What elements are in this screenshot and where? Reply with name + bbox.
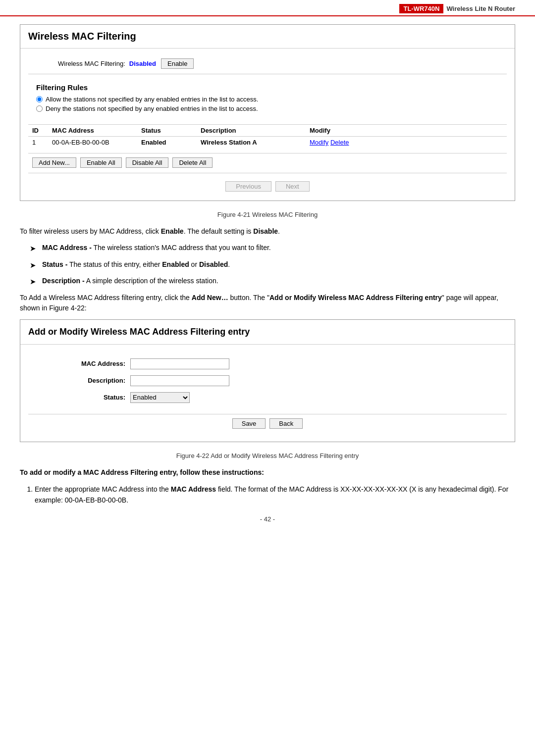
page-number: - 42 - bbox=[20, 515, 515, 523]
enable-all-button[interactable]: Enable All bbox=[80, 157, 122, 168]
enable-button[interactable]: Enable bbox=[161, 58, 194, 69]
wf-panel-body: Wireless MAC Filtering: Disabled Enable … bbox=[20, 49, 515, 201]
previous-button[interactable]: Previous bbox=[225, 181, 271, 192]
allow-radio-label: Allow the stations not specified by any … bbox=[46, 96, 258, 103]
allow-radio[interactable] bbox=[36, 96, 43, 102]
filter-status-label: Wireless MAC Filtering: bbox=[58, 60, 125, 67]
instructions-title: To add or modify a MAC Address Filtering… bbox=[20, 467, 515, 478]
instruction-item-1: Enter the appropriate MAC Address into t… bbox=[35, 484, 515, 506]
description-row: Description: bbox=[36, 375, 499, 386]
cell-modify: Modify Delete bbox=[306, 137, 507, 149]
filter-status-value: Disabled bbox=[129, 60, 156, 67]
add-modify-panel: Add or Modify Wireless MAC Address Filte… bbox=[20, 319, 515, 442]
back-button[interactable]: Back bbox=[269, 418, 303, 429]
model-label: TL-WR740N bbox=[399, 4, 443, 13]
status-form-label: Status: bbox=[36, 394, 125, 401]
allow-radio-row: Allow the stations not specified by any … bbox=[36, 96, 507, 103]
bullet-arrow-3: ➤ bbox=[30, 276, 36, 288]
mac-address-input[interactable] bbox=[130, 358, 229, 369]
add-new-button[interactable]: Add New... bbox=[32, 157, 76, 168]
cell-desc: Wireless Station A bbox=[197, 137, 306, 149]
cell-id: 1 bbox=[28, 137, 48, 149]
col-desc-header: Description bbox=[197, 125, 306, 137]
mac-table-body: 1 00-0A-EB-B0-00-0B Enabled Wireless Sta… bbox=[28, 137, 507, 149]
fig1-caption: Figure 4-21 Wireless MAC Filtering bbox=[20, 211, 515, 218]
col-id-header: ID bbox=[28, 125, 48, 137]
bullet-arrow-2: ➤ bbox=[30, 260, 36, 271]
bullet-arrow-1: ➤ bbox=[30, 243, 36, 254]
description-input[interactable] bbox=[130, 375, 229, 386]
bullet-mac-text: MAC Address - The wireless station's MAC… bbox=[42, 243, 271, 253]
col-status-header: Status bbox=[137, 125, 197, 137]
pagination-row: Previous Next bbox=[28, 177, 507, 196]
col-modify-header: Modify bbox=[306, 125, 507, 137]
description-form-label: Description: bbox=[36, 377, 125, 384]
bullet-mac: ➤ MAC Address - The wireless station's M… bbox=[20, 243, 515, 254]
action-btn-row: Add New... Enable All Disable All Delete… bbox=[28, 153, 507, 173]
bullet-desc-text: Description - A simple description of th… bbox=[42, 276, 218, 286]
mac-address-form-label: MAC Address: bbox=[36, 360, 125, 367]
filtering-rules-title: Filtering Rules bbox=[36, 83, 507, 92]
table-row: 1 00-0A-EB-B0-00-0B Enabled Wireless Sta… bbox=[28, 137, 507, 149]
next-button[interactable]: Next bbox=[275, 181, 310, 192]
add-modify-title: Add or Modify Wireless MAC Address Filte… bbox=[20, 320, 515, 345]
mac-table: ID MAC Address Status Description Modify… bbox=[28, 124, 507, 148]
form-btn-row: Save Back bbox=[28, 414, 507, 435]
status-row: Status: Enabled Disabled bbox=[36, 392, 499, 403]
filter-status-row: Wireless MAC Filtering: Disabled Enable bbox=[28, 53, 507, 74]
form-section: MAC Address: Description: Status: Enable… bbox=[28, 352, 507, 414]
instructions-list: Enter the appropriate MAC Address into t… bbox=[20, 484, 515, 506]
mac-table-head: ID MAC Address Status Description Modify bbox=[28, 125, 507, 137]
status-select[interactable]: Enabled Disabled bbox=[130, 392, 190, 403]
cell-mac: 00-0A-EB-B0-00-0B bbox=[48, 137, 137, 149]
mac-address-row: MAC Address: bbox=[36, 358, 499, 369]
body-para-2: To Add a Wireless MAC Address filtering … bbox=[20, 293, 515, 313]
filtering-rules-section: Filtering Rules Allow the stations not s… bbox=[28, 79, 507, 118]
delete-all-button[interactable]: Delete All bbox=[172, 157, 213, 168]
deny-radio[interactable] bbox=[36, 105, 43, 112]
product-label: Wireless Lite N Router bbox=[446, 5, 515, 12]
delete-link[interactable]: Delete bbox=[330, 139, 349, 146]
page-header: TL-WR740N Wireless Lite N Router bbox=[0, 0, 535, 16]
wf-panel: Wireless MAC Filtering Wireless MAC Filt… bbox=[20, 24, 515, 201]
bullet-status-text: Status - The status of this entry, eithe… bbox=[42, 259, 230, 270]
bullet-desc: ➤ Description - A simple description of … bbox=[20, 276, 515, 288]
add-modify-body: MAC Address: Description: Status: Enable… bbox=[20, 345, 515, 442]
bullet-status: ➤ Status - The status of this entry, eit… bbox=[20, 259, 515, 271]
body-para-1: To filter wireless users by MAC Address,… bbox=[20, 226, 515, 237]
disable-all-button[interactable]: Disable All bbox=[126, 157, 169, 168]
save-button[interactable]: Save bbox=[232, 418, 266, 429]
main-content: Wireless MAC Filtering Wireless MAC Filt… bbox=[0, 24, 535, 543]
modify-link[interactable]: Modify bbox=[310, 139, 328, 146]
deny-radio-label: Deny the stations not specified by any e… bbox=[46, 105, 258, 112]
col-mac-header: MAC Address bbox=[48, 125, 137, 137]
wf-panel-title: Wireless MAC Filtering bbox=[20, 25, 515, 49]
fig2-caption: Figure 4-22 Add or Modify Wireless MAC A… bbox=[20, 452, 515, 459]
deny-radio-row: Deny the stations not specified by any e… bbox=[36, 105, 507, 112]
cell-status: Enabled bbox=[137, 137, 197, 149]
